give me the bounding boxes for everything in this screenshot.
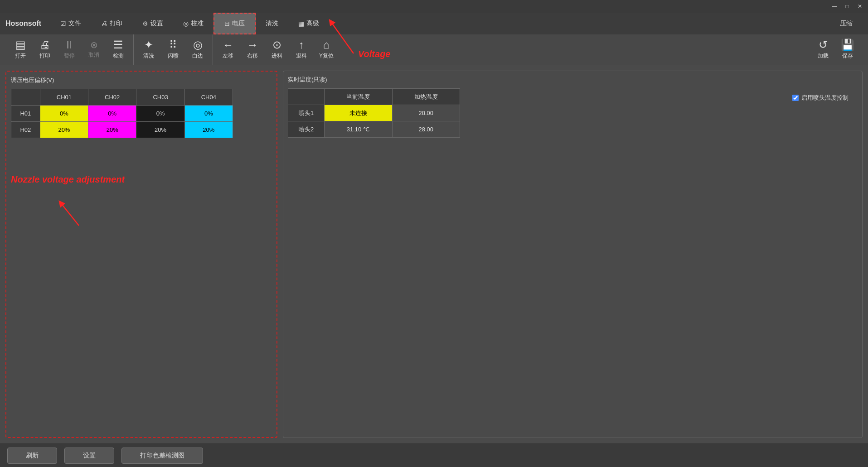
white-edge-button[interactable]: ◎ 白边 [186, 37, 209, 63]
menu-advanced[interactable]: ▦ 高级 [288, 13, 329, 34]
save-label: 保存 [842, 52, 853, 60]
voltage-h02-ch01[interactable]: 20% [40, 122, 88, 138]
voltage-h01-ch03[interactable]: 0% [136, 106, 184, 122]
clean-icon: ✦ [144, 39, 153, 50]
pause-label: 暂停 [64, 52, 75, 60]
menu-calibrate-label: 校准 [191, 19, 204, 28]
menu-advanced-label: 高级 [306, 19, 319, 28]
menu-clean-label: 清洗 [266, 19, 278, 28]
temp-nozzle1-current: 未连接 [325, 105, 393, 121]
voltage-h01-ch01[interactable]: 0% [40, 106, 88, 122]
temperature-control-checkbox[interactable] [792, 95, 799, 101]
temp-nozzle1-header: 喷头1 [288, 105, 325, 121]
right-button[interactable]: → 右移 [241, 37, 264, 63]
home-label: Y复位 [319, 52, 334, 60]
minimize-button[interactable]: — [830, 2, 839, 11]
white-edge-label: 白边 [192, 52, 203, 60]
retract-label: 退料 [296, 52, 307, 60]
nozzle-annotation: Nozzle voltage adjustment [11, 174, 272, 185]
flash-button[interactable]: ⠿ 闪喷 [162, 37, 184, 63]
voltage-col-ch03: CH03 [136, 89, 184, 106]
close-button[interactable]: ✕ [855, 2, 864, 11]
white-edge-icon: ◎ [193, 39, 203, 50]
refresh-button[interactable]: 刷新 [7, 448, 57, 464]
bottom-bar: 刷新 设置 打印色差检测图 [0, 443, 868, 467]
file-icon: ☑ [60, 20, 66, 27]
load-icon: ↺ [819, 39, 828, 50]
voltage-h02-ch03[interactable]: 20% [136, 122, 184, 138]
voltage-col-empty [11, 89, 40, 106]
temp-nozzle2-current: 31.10 ℃ [325, 121, 393, 138]
feed-button[interactable]: ⊙ 进料 [266, 37, 288, 63]
menu-file[interactable]: ☑ 文件 [50, 13, 91, 34]
left-button[interactable]: ← 左移 [217, 37, 239, 63]
temperature-control-label: 启用喷头温度控制 [801, 94, 849, 102]
toolbar-group-file: ▤ 打开 🖨 打印 ⏸ 暂停 ⊗ 取消 ☰ 检测 [5, 34, 134, 65]
menu-clean[interactable]: 清洗 [256, 13, 288, 34]
cancel-icon: ⊗ [90, 40, 98, 49]
temp-nozzle2-heating: 28.00 [392, 121, 460, 138]
load-button[interactable]: ↺ 加载 [812, 37, 834, 63]
voltage-table: CH01 CH02 CH03 CH04 H01 0% 0% 0% 0% H02 … [11, 89, 233, 138]
print-button[interactable]: 🖨 打印 [34, 37, 56, 63]
temperature-control-area: 启用喷头温度控制 [792, 94, 849, 102]
table-row: 喷头2 31.10 ℃ 28.00 [288, 121, 460, 138]
feed-icon: ⊙ [272, 39, 281, 50]
voltage-h02-ch02[interactable]: 20% [88, 122, 136, 138]
voltage-col-ch04: CH04 [184, 89, 233, 106]
advanced-icon: ▦ [298, 20, 304, 27]
calibrate-icon: ◎ [183, 20, 189, 27]
table-row: H02 20% 20% 20% 20% [11, 122, 233, 138]
voltage-h01-ch04[interactable]: 0% [184, 106, 233, 122]
open-label: 打开 [15, 52, 26, 60]
feed-label: 进料 [272, 52, 282, 60]
detect-button[interactable]: ☰ 检测 [107, 37, 130, 63]
pause-button[interactable]: ⏸ 暂停 [58, 37, 81, 63]
load-label: 加载 [818, 52, 829, 60]
temperature-panel: 实时温度(只读) 当前温度 加热温度 喷头1 未连接 28.00 喷头2 31.… [283, 71, 863, 438]
voltage-col-ch02: CH02 [88, 89, 136, 106]
temp-nozzle1-heating: 28.00 [392, 105, 460, 121]
open-button[interactable]: ▤ 打开 [9, 37, 32, 63]
clean-label: 清洗 [143, 52, 154, 60]
save-button[interactable]: 💾 保存 [836, 37, 859, 63]
nozzle-arrow [52, 194, 88, 230]
main-content: 调压电压偏移(V) CH01 CH02 CH03 CH04 H01 0% 0% … [0, 65, 868, 443]
settings-button[interactable]: 设置 [64, 448, 114, 464]
retract-icon: ↑ [299, 39, 304, 50]
toolbar-group-move: ← 左移 → 右移 ⊙ 进料 ↑ 退料 ⌂ Y复位 [213, 34, 342, 65]
menu-settings[interactable]: ⚙ 设置 [132, 13, 173, 34]
cancel-button[interactable]: ⊗ 取消 [82, 38, 105, 62]
temperature-panel-title: 实时温度(只读) [288, 76, 858, 84]
table-row: 喷头1 未连接 28.00 [288, 105, 460, 121]
menu-bar: Hosonsoft ☑ 文件 🖨 打印 ⚙ 设置 ◎ 校准 ⊟ 电压 清洗 ▦ … [0, 13, 868, 34]
voltage-panel: 调压电压偏移(V) CH01 CH02 CH03 CH04 H01 0% 0% … [5, 71, 277, 438]
app-logo: Hosonsoft [5, 19, 41, 28]
save-icon: 💾 [841, 39, 854, 50]
menu-compress[interactable]: 压缩 [830, 13, 863, 34]
voltage-panel-title: 调压电压偏移(V) [11, 76, 272, 84]
left-label: 左移 [223, 52, 233, 60]
print-diff-button[interactable]: 打印色差检测图 [121, 448, 203, 464]
home-icon: ⌂ [323, 39, 330, 50]
voltage-h01-ch02[interactable]: 0% [88, 106, 136, 122]
menu-calibrate[interactable]: ◎ 校准 [173, 13, 213, 34]
voltage-row-h01: H01 [11, 106, 40, 122]
right-label: 右移 [247, 52, 258, 60]
clean-button[interactable]: ✦ 清洗 [137, 37, 160, 63]
menu-file-label: 文件 [68, 19, 81, 28]
home-button[interactable]: ⌂ Y复位 [315, 37, 338, 63]
restore-button[interactable]: □ [843, 2, 852, 11]
temperature-table: 当前温度 加热温度 喷头1 未连接 28.00 喷头2 31.10 ℃ 28.0… [288, 88, 460, 138]
title-bar: — □ ✕ [0, 0, 868, 13]
voltage-annotation-label: Voltage [358, 49, 391, 59]
menu-voltage[interactable]: ⊟ 电压 [213, 13, 256, 34]
flash-label: 闪喷 [168, 52, 179, 60]
cancel-label: 取消 [88, 51, 99, 59]
flash-icon: ⠿ [169, 39, 177, 50]
voltage-h02-ch04[interactable]: 20% [184, 122, 233, 138]
temp-nozzle2-header: 喷头2 [288, 121, 325, 138]
menu-print[interactable]: 🖨 打印 [91, 13, 132, 34]
pause-icon: ⏸ [64, 39, 75, 50]
retract-button[interactable]: ↑ 退料 [290, 37, 313, 63]
